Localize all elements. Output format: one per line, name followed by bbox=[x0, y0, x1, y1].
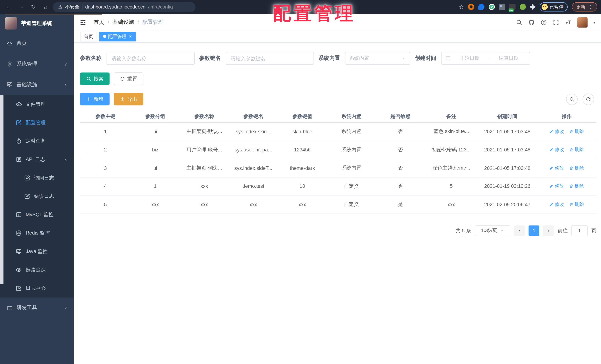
builtin-select[interactable]: 系统内置 bbox=[345, 52, 410, 65]
next-page-button[interactable]: › bbox=[543, 225, 554, 236]
column-header: 备注 bbox=[425, 113, 478, 120]
page-size-select[interactable]: 10条/页 bbox=[475, 225, 510, 236]
sidebar-item-label: 配置管理 bbox=[26, 119, 46, 126]
fullscreen-icon[interactable] bbox=[553, 19, 559, 25]
browser-home-button[interactable]: ⌂ bbox=[41, 2, 50, 12]
delete-link[interactable]: 删除 bbox=[570, 183, 584, 190]
sidebar-item-error-logs[interactable]: 错误日志 bbox=[0, 187, 74, 206]
sidebar-item-scheduled-tasks[interactable]: 定时任务 bbox=[0, 132, 74, 150]
logo-image bbox=[5, 17, 17, 29]
monitor-icon bbox=[6, 82, 12, 88]
pencil-icon bbox=[550, 202, 554, 207]
avatar-caret-icon[interactable]: ▾ bbox=[593, 20, 595, 24]
sidebar-item-label: 错误日志 bbox=[34, 193, 54, 200]
breadcrumb-home[interactable]: 首页 bbox=[94, 19, 104, 26]
bookmark-star-icon[interactable]: ☆ bbox=[459, 4, 464, 10]
search-button[interactable]: 搜索 bbox=[80, 72, 110, 85]
current-page-button[interactable]: 1 bbox=[529, 225, 539, 236]
prev-page-button[interactable]: ‹ bbox=[514, 225, 525, 236]
sidebar-item-access-logs[interactable]: 访问日志 bbox=[0, 169, 74, 187]
sidebar-item-dev-tools[interactable]: 研发工具 ∨ bbox=[0, 297, 74, 318]
browser-back-button[interactable]: ← bbox=[4, 2, 14, 12]
edit-link[interactable]: 修改 bbox=[550, 128, 564, 135]
sidebar-scrollbar[interactable] bbox=[0, 95, 3, 284]
sidebar-item-label: Redis 监控 bbox=[26, 230, 50, 236]
filter-builtin-label: 系统内置 bbox=[319, 55, 340, 62]
edit-link[interactable]: 修改 bbox=[550, 183, 564, 190]
delete-link[interactable]: 删除 bbox=[570, 201, 584, 208]
browser-forward-button[interactable]: → bbox=[16, 2, 26, 12]
update-label: 更新 bbox=[576, 4, 585, 10]
sidebar-item-tracing[interactable]: 链路追踪 bbox=[0, 261, 74, 279]
breadcrumb-infrastructure[interactable]: 基础设施 bbox=[113, 19, 134, 26]
refresh-table-button[interactable] bbox=[582, 93, 594, 105]
dashboard-icon bbox=[6, 40, 12, 46]
tag-home[interactable]: 首页 bbox=[80, 31, 97, 41]
font-size-icon[interactable] bbox=[565, 19, 571, 25]
sidebar-item-log-center[interactable]: 日志中心 bbox=[0, 279, 74, 297]
edit-link[interactable]: 修改 bbox=[550, 147, 564, 153]
param-name-input[interactable] bbox=[107, 52, 195, 65]
table-row: 1 ui 主框架页-默认... sys.index.skin... skin-b… bbox=[80, 123, 596, 141]
log-icon bbox=[24, 175, 30, 181]
extension-pin-icon[interactable] bbox=[478, 4, 484, 10]
tag-config-management[interactable]: 配置管理 × bbox=[99, 31, 136, 41]
browser-chrome: ← → ↻ ⌂ ⚠ 不安全 dashboard.yudao.iocoder.cn… bbox=[0, 0, 601, 14]
column-header: 参数主键 bbox=[80, 113, 131, 120]
extension-proxy-icon[interactable]: on bbox=[510, 4, 516, 10]
toggle-search-button[interactable] bbox=[566, 93, 578, 105]
table-header-row: 参数主键 参数分组 参数名称 参数键名 参数键值 系统内置 是否敏感 备注 创建… bbox=[80, 111, 596, 123]
param-key-input[interactable] bbox=[226, 52, 314, 65]
sidebar-item-home[interactable]: 首页 bbox=[0, 33, 74, 54]
sidebar-item-mysql-monitor[interactable]: MySQL 监控 bbox=[0, 206, 74, 224]
browser-reload-button[interactable]: ↻ bbox=[29, 2, 38, 12]
sidebar-submenu-infrastructure: 文件管理 配置管理 定时任务 API 日志 ∧ bbox=[0, 95, 74, 297]
end-date-placeholder[interactable]: 结束日期 bbox=[491, 55, 526, 62]
sidebar-item-config-management[interactable]: 配置管理 bbox=[0, 113, 74, 132]
sidebar-item-redis-monitor[interactable]: Redis 监控 bbox=[0, 224, 74, 242]
reset-button[interactable]: 重置 bbox=[114, 72, 143, 85]
export-button[interactable]: 导出 bbox=[114, 93, 143, 105]
sidebar-item-system-management[interactable]: 系统管理 ∨ bbox=[0, 54, 74, 74]
sidebar-item-file-management[interactable]: 文件管理 bbox=[0, 95, 74, 114]
search-icon[interactable] bbox=[516, 19, 522, 25]
sidebar-item-api-logs[interactable]: API 日志 ∧ bbox=[0, 150, 74, 169]
table-row: 3 ui 主框架页-侧边... sys.index.sideT... theme… bbox=[80, 159, 596, 177]
pagination: 共 5 条 10条/页 ‹ 1 › 前往 页 bbox=[80, 225, 596, 236]
start-date-placeholder[interactable]: 开始日期 bbox=[452, 55, 487, 62]
url-divider bbox=[82, 4, 82, 10]
add-button[interactable]: 新增 bbox=[80, 93, 110, 105]
security-warning-icon[interactable]: ⚠ bbox=[58, 4, 62, 10]
app: 芋道管理系统 首页 系统管理 ∨ 基础设施 ∧ bbox=[0, 14, 601, 364]
close-icon[interactable]: × bbox=[129, 34, 132, 39]
address-bar[interactable]: ⚠ 不安全 dashboard.yudao.iocoder.cn/infra/c… bbox=[53, 2, 195, 12]
table-cell: 4 bbox=[80, 183, 131, 189]
page-content: 参数名称 参数键名 系统内置 系统内置 创建时间 开始日期 - 结束日期 bbox=[74, 42, 601, 364]
help-icon[interactable] bbox=[541, 19, 547, 25]
filter-form: 参数名称 参数键名 系统内置 系统内置 创建时间 开始日期 - 结束日期 bbox=[80, 52, 596, 65]
sidebar-logo[interactable]: 芋道管理系统 bbox=[0, 14, 74, 33]
extension-orange-icon[interactable] bbox=[468, 4, 474, 10]
edit-link[interactable]: 修改 bbox=[550, 201, 564, 208]
avatar[interactable] bbox=[577, 17, 588, 27]
delete-link[interactable]: 删除 bbox=[570, 147, 584, 153]
delete-link[interactable]: 删除 bbox=[570, 165, 584, 171]
extension-green-icon[interactable] bbox=[520, 4, 526, 10]
sidebar-collapse-icon[interactable] bbox=[80, 19, 87, 26]
chevron-down-icon: ∨ bbox=[64, 62, 67, 66]
github-icon[interactable] bbox=[528, 19, 535, 25]
extension-grid-icon[interactable] bbox=[499, 4, 505, 10]
filter-name-label: 参数名称 bbox=[80, 55, 101, 62]
sidebar-item-java-monitor[interactable]: Java 监控 bbox=[0, 242, 74, 261]
goto-page-input[interactable] bbox=[571, 225, 588, 236]
browser-update-button[interactable]: 更新 ⋮ bbox=[572, 2, 597, 11]
delete-link[interactable]: 删除 bbox=[570, 128, 584, 135]
browser-menu-icon[interactable]: ⋮ bbox=[589, 4, 593, 10]
security-label[interactable]: 不安全 bbox=[65, 4, 80, 10]
sidebar-item-infrastructure[interactable]: 基础设施 ∧ bbox=[0, 74, 74, 95]
date-range-picker[interactable]: 开始日期 - 结束日期 bbox=[441, 52, 530, 65]
extension-vue-devtools-icon[interactable]: V bbox=[489, 4, 495, 10]
profile-paused-badge[interactable]: 已暂停 bbox=[540, 2, 568, 11]
extensions-puzzle-icon[interactable] bbox=[530, 4, 535, 10]
edit-link[interactable]: 修改 bbox=[550, 165, 564, 171]
